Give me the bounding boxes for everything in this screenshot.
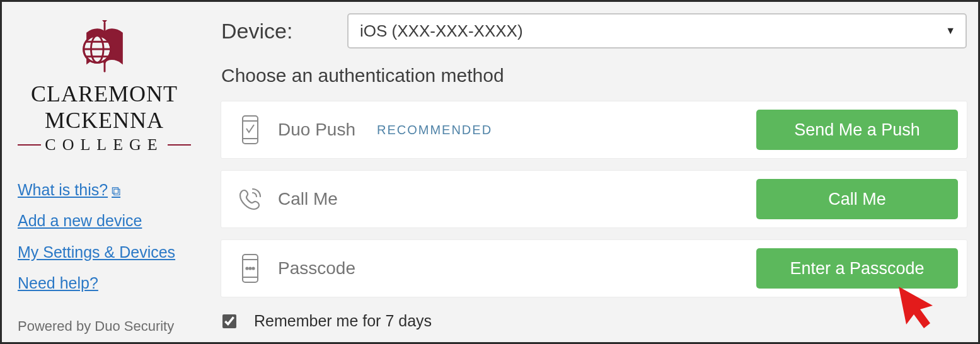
method-row-push: Duo Push RECOMMENDED Send Me a Push <box>221 101 967 158</box>
book-globe-icon <box>74 20 135 80</box>
method-row-call: Call Me Call Me <box>221 171 967 227</box>
enter-passcode-button[interactable]: Enter a Passcode <box>756 248 958 289</box>
powered-by-text: Powered by Duo Security <box>18 318 191 335</box>
phone-ring-icon <box>236 186 264 212</box>
device-row: Device: iOS (XXX-XXX-XXXX) ▼ <box>221 13 967 49</box>
send-push-button[interactable]: Send Me a Push <box>756 110 958 150</box>
brand-line2: MCKENNA <box>45 109 164 133</box>
svg-point-11 <box>249 267 251 269</box>
call-me-button[interactable]: Call Me <box>756 179 958 219</box>
phone-passcode-icon <box>236 253 264 284</box>
external-link-icon: ⧉ <box>112 184 120 198</box>
device-select[interactable]: iOS (XXX-XXX-XXXX) <box>347 13 967 49</box>
add-device-link[interactable]: Add a new device <box>18 209 142 233</box>
what-is-this-link[interactable]: What is this?⧉ <box>18 178 120 202</box>
need-help-link[interactable]: Need help? <box>18 272 98 295</box>
device-label: Device: <box>221 19 347 43</box>
remember-checkbox[interactable] <box>222 314 236 328</box>
help-links: What is this?⧉ Add a new device My Setti… <box>18 175 191 299</box>
my-settings-link[interactable]: My Settings & Devices <box>18 241 175 265</box>
brand-sub: COLLEGE <box>18 135 191 154</box>
duo-auth-frame: CLAREMONT MCKENNA COLLEGE What is this?⧉… <box>2 2 978 342</box>
remember-row: Remember me for 7 days <box>221 312 967 330</box>
svg-point-12 <box>252 267 254 269</box>
brand-line1: CLAREMONT <box>31 83 178 106</box>
sidebar: CLAREMONT MCKENNA COLLEGE What is this?⧉… <box>2 2 204 342</box>
method-row-passcode: Passcode Enter a Passcode <box>221 240 967 297</box>
main-panel: Device: iOS (XXX-XXX-XXXX) ▼ Choose an a… <box>204 2 978 342</box>
passcode-label: Passcode <box>278 258 355 278</box>
call-label: Call Me <box>278 189 338 209</box>
svg-point-10 <box>246 267 248 269</box>
org-logo: CLAREMONT MCKENNA COLLEGE <box>18 20 191 154</box>
push-label: Duo Push <box>278 120 355 140</box>
phone-check-icon <box>236 115 264 145</box>
choose-method-heading: Choose an authentication method <box>221 65 967 86</box>
remember-label[interactable]: Remember me for 7 days <box>254 312 432 330</box>
recommended-badge: RECOMMENDED <box>377 123 492 137</box>
